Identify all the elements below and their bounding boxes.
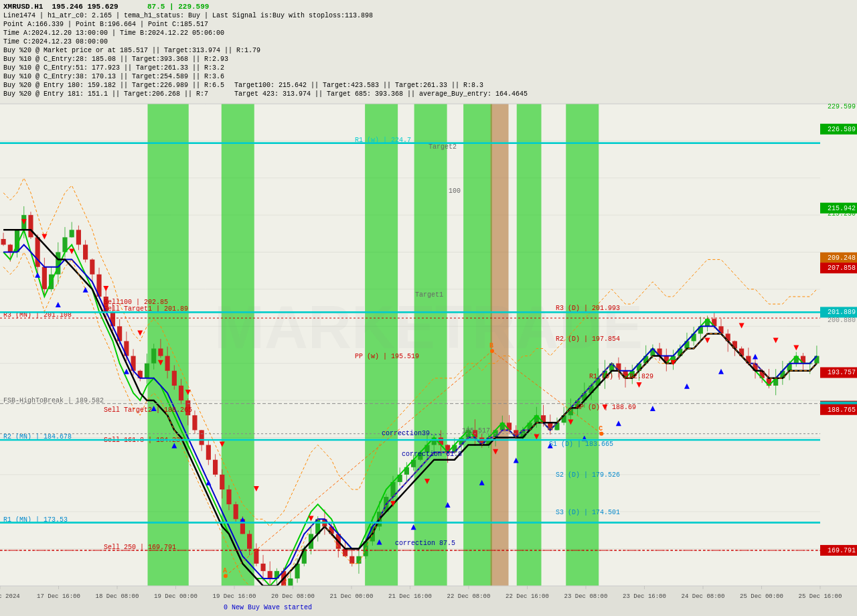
chart-container [0,0,857,616]
price-chart [0,0,857,616]
